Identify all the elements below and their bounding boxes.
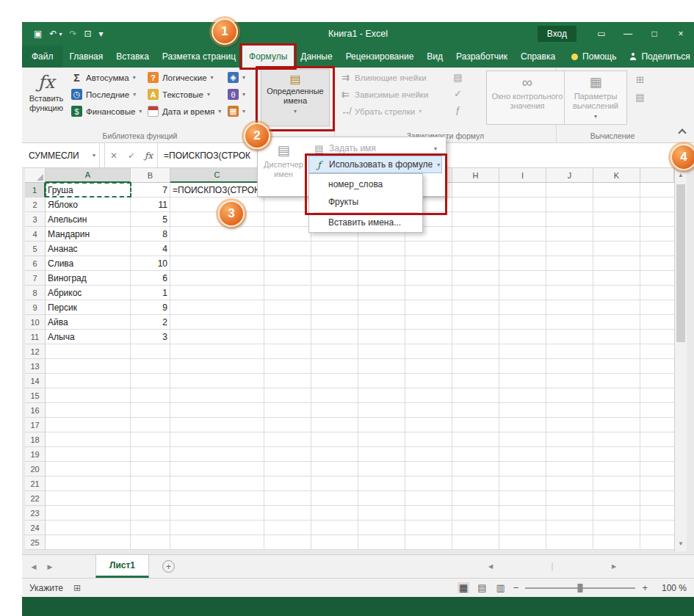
sheet-next-icon[interactable]: ▶ <box>46 563 54 570</box>
row-header-7[interactable]: 7 <box>25 271 46 286</box>
cell-E19[interactable] <box>311 447 358 462</box>
cell-B15[interactable] <box>131 388 170 403</box>
cell-H2[interactable] <box>452 198 499 212</box>
calculation-options-button[interactable]: ▦ Параметры вычислений ▾ <box>564 70 627 125</box>
cell-F8[interactable] <box>358 286 405 300</box>
cell-H1[interactable] <box>452 183 499 198</box>
financial-button[interactable]: $ Финансовые ▾ <box>69 104 143 119</box>
cell-E14[interactable] <box>311 374 358 388</box>
cell-C16[interactable] <box>170 403 264 418</box>
cell-C7[interactable] <box>170 271 264 286</box>
cell-I12[interactable] <box>499 344 546 359</box>
cell-H16[interactable] <box>452 403 499 418</box>
cell-A24[interactable] <box>46 521 131 535</box>
row-header-11[interactable]: 11 <box>25 330 46 344</box>
cell-H9[interactable] <box>452 300 499 315</box>
cell-J9[interactable] <box>546 300 593 315</box>
cell-F5[interactable] <box>358 242 405 256</box>
tab-file[interactable]: Файл <box>22 46 63 68</box>
cell-H5[interactable] <box>452 242 499 256</box>
cell-E23[interactable] <box>311 506 358 521</box>
page-break-view-icon[interactable]: ▥ <box>495 582 507 593</box>
scroll-left-icon[interactable]: ◀ <box>431 563 550 570</box>
cell-G11[interactable] <box>405 330 452 344</box>
cell-A18[interactable] <box>46 432 131 447</box>
cell-H21[interactable] <box>452 477 499 491</box>
cell-A9[interactable]: Персик <box>46 300 131 315</box>
cell-A15[interactable] <box>46 388 131 403</box>
cell-I15[interactable] <box>499 388 546 403</box>
calculate-now-icon[interactable]: ⊞ <box>635 74 646 85</box>
normal-view-icon[interactable]: ▦ <box>458 582 469 593</box>
cell-H10[interactable] <box>452 315 499 330</box>
cell-F12[interactable] <box>358 344 405 359</box>
cell-D6[interactable] <box>264 256 311 271</box>
cell-D5[interactable] <box>264 242 311 256</box>
cell-D17[interactable] <box>264 418 311 432</box>
cell-B14[interactable] <box>131 374 170 388</box>
cell-A20[interactable] <box>46 462 131 477</box>
cell-K18[interactable] <box>593 432 640 447</box>
cell-G5[interactable] <box>405 242 452 256</box>
row-header-5[interactable]: 5 <box>25 242 46 256</box>
cell-B10[interactable]: 2 <box>131 315 170 330</box>
name-manager-button[interactable]: ▤ Диспетчер имен <box>259 139 308 194</box>
cancel-icon[interactable]: ✕ <box>105 143 123 167</box>
cell-K1[interactable] <box>593 183 640 198</box>
row-header-13[interactable]: 13 <box>25 359 46 374</box>
cell-D15[interactable] <box>264 388 311 403</box>
cell-K20[interactable] <box>593 462 640 477</box>
cell-D10[interactable] <box>264 315 311 330</box>
remove-arrows-button[interactable]: ↮ Убрать стрелки ▾ <box>338 104 449 119</box>
cell-C5[interactable] <box>170 242 264 256</box>
insert-function-button[interactable]: ƒx Вставить функцию <box>26 69 66 139</box>
column-header-H[interactable]: H <box>452 168 499 183</box>
column-header-C[interactable]: C <box>170 168 264 183</box>
cell-G21[interactable] <box>405 477 452 491</box>
cell-J16[interactable] <box>546 403 593 418</box>
select-all-corner[interactable] <box>25 168 46 183</box>
cell-J14[interactable] <box>546 374 593 388</box>
cell-G9[interactable] <box>405 300 452 315</box>
cell-E15[interactable] <box>311 388 358 403</box>
cell-K23[interactable] <box>593 506 640 521</box>
cell-F11[interactable] <box>358 330 405 344</box>
cell-F13[interactable] <box>358 359 405 374</box>
cell-B22[interactable] <box>131 491 170 506</box>
share-tab[interactable]: Поделиться <box>623 46 694 68</box>
cell-C3[interactable] <box>170 212 264 227</box>
paste-names-item[interactable]: Вставить имена... <box>309 214 422 231</box>
minimize-button[interactable]: — <box>615 22 641 46</box>
formula-bar-grip[interactable] <box>100 143 105 167</box>
cell-F21[interactable] <box>358 477 405 491</box>
cell-B8[interactable]: 1 <box>131 286 170 300</box>
cell-G7[interactable] <box>405 271 452 286</box>
more-functions-button[interactable]: ▦ ▾ <box>225 104 253 119</box>
cell-G16[interactable] <box>405 403 452 418</box>
row-header-12[interactable]: 12 <box>25 344 46 359</box>
cell-I20[interactable] <box>499 462 546 477</box>
cell-H12[interactable] <box>452 344 499 359</box>
cell-G23[interactable] <box>405 506 452 521</box>
zoom-slider-thumb[interactable] <box>578 584 583 593</box>
cell-G13[interactable] <box>405 359 452 374</box>
row-header-23[interactable]: 23 <box>25 506 46 521</box>
cell-G12[interactable] <box>405 344 452 359</box>
cell-A6[interactable]: Слива <box>46 256 131 271</box>
cell-C12[interactable] <box>170 344 264 359</box>
cell-H3[interactable] <box>452 212 499 227</box>
cell-J21[interactable] <box>546 477 593 491</box>
cell-G19[interactable] <box>405 447 452 462</box>
cell-I10[interactable] <box>499 315 546 330</box>
page-layout-view-icon[interactable]: ▤ <box>476 582 488 593</box>
cell-G18[interactable] <box>405 432 452 447</box>
cell-I7[interactable] <box>499 271 546 286</box>
cell-C22[interactable] <box>170 491 264 506</box>
tellme-tab[interactable]: Помощь <box>565 46 623 68</box>
row-header-4[interactable]: 4 <box>25 227 46 242</box>
cell-H14[interactable] <box>452 374 499 388</box>
cell-I22[interactable] <box>499 491 546 506</box>
row-header-17[interactable]: 17 <box>25 418 46 432</box>
cell-B6[interactable]: 10 <box>131 256 170 271</box>
cell-D8[interactable] <box>264 286 311 300</box>
